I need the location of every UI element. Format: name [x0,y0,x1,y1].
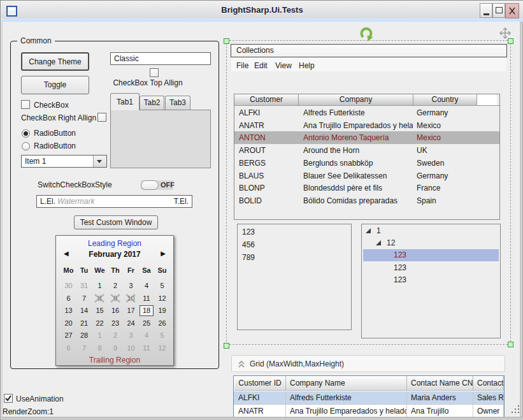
calendar-day[interactable]: 28 [76,329,92,342]
tab-tab1[interactable]: Tab1 [110,93,140,110]
calendar-day[interactable]: 13 [61,305,76,317]
calendar-day[interactable]: 6 [61,293,76,305]
title-bar[interactable]: BrightSharp.Ui.Tests [1,1,523,18]
calendar-day[interactable]: 10 [123,293,139,305]
tree-item[interactable]: 123 [362,274,500,286]
theme-combo[interactable]: Classic [110,52,211,65]
rotate-icon[interactable] [358,25,375,41]
tree-item[interactable]: 123 [362,249,500,261]
tab-tab3[interactable]: Tab3 [165,96,190,110]
resize-handle-bottom-left[interactable] [224,343,229,349]
table-row[interactable]: BLONPBlondesddsl père et filsFrance [234,182,499,194]
column-header[interactable]: Country [413,94,477,106]
switch-checkbox[interactable]: OFF [141,180,173,190]
collapse-icon[interactable] [238,359,247,370]
tree-item[interactable]: 123 [362,262,500,274]
checkbox-top-align[interactable] [150,68,159,77]
list-item[interactable]: 789 [238,251,350,264]
calendar-day[interactable]: 15 [92,305,108,317]
calendar-day[interactable]: 6 [61,342,76,354]
menu-item-help[interactable]: Help [299,61,315,70]
calendar-day[interactable]: 2 [108,280,124,292]
calendar-day[interactable]: 18 [139,305,155,317]
calendar-day[interactable]: 1 [92,280,108,292]
calendar-day[interactable]: 11 [139,293,155,305]
calendar-day[interactable]: 1 [92,329,108,342]
calendar-day[interactable]: 30 [61,280,76,292]
calendar-day[interactable]: 26 [154,317,170,329]
table-row[interactable]: ANATRAna Trujillo Emparedados y heladosA… [234,405,504,418]
switch-thumb[interactable] [141,180,159,190]
column-header[interactable]: Contact Name CN [407,376,473,391]
item-combobox[interactable]: Item 1 [21,155,107,168]
calendar-next-button[interactable]: ▶ [161,250,166,257]
calendar-day[interactable]: 24 [123,317,139,329]
column-header[interactable]: Contact [473,376,504,391]
calendar-day[interactable]: 25 [139,317,155,329]
calendar-day[interactable]: 31 [76,280,92,292]
calendar-day[interactable]: 23 [108,317,124,329]
toggle-button[interactable]: Toggle [21,76,89,94]
table-row[interactable]: ANATRAna Trujillo Emparedados y helaMexi… [234,119,499,132]
tree-item[interactable]: 12 [362,237,500,249]
tree-expander-icon[interactable] [366,228,372,235]
calendar-day[interactable]: 9 [108,342,124,354]
calendar-day[interactable]: 14 [76,305,92,317]
close-button[interactable] [505,3,519,18]
calendar-day[interactable]: 19 [154,305,170,317]
calendar-day[interactable]: 4 [139,329,155,342]
menu-item-file[interactable]: File [236,61,248,70]
tab-tab2[interactable]: Tab2 [140,96,164,110]
calendar-month-label[interactable]: February 2017 [56,250,173,259]
tree-item[interactable]: 1 [362,225,500,237]
table-row[interactable]: ANTONAntonio Moreno TaqueríaMexico [234,131,499,144]
calendar-day[interactable]: 3 [123,329,139,342]
checkbox[interactable] [21,100,30,109]
calendar-day[interactable]: 3 [123,280,139,292]
calendar-day[interactable]: 8 [92,293,108,305]
radio-button-2[interactable] [22,142,30,150]
minimize-button[interactable] [480,3,492,18]
use-animation-checkbox[interactable] [4,394,13,403]
calendar-day[interactable]: 9 [108,293,124,305]
resize-handle-top-right[interactable] [508,38,513,44]
table-row[interactable]: ALFKIAlfreds FutterkisteGermany [234,106,499,119]
grid-expander[interactable]: Grid (MaxWidth,MaxHeight) [231,355,505,372]
calendar-day[interactable]: 21 [76,317,92,329]
column-header[interactable]: Company [299,94,413,106]
calendar-day[interactable]: 22 [92,317,108,329]
calendar-day[interactable]: 27 [61,329,76,342]
table-row[interactable]: AROUTAround the HornUK [234,144,499,157]
calendar-day[interactable]: 17 [123,305,139,317]
tree-expander-icon[interactable] [376,240,382,247]
menu-item-edit[interactable]: Edit [254,61,268,70]
radio-button-1[interactable] [22,129,30,138]
column-header[interactable]: Customer [234,94,299,106]
table-row[interactable]: BERGSBerglunds snabbköpSweden [234,157,499,170]
calendar-day[interactable]: 2 [108,329,124,342]
table-row[interactable]: BOLIDBólido Comidas preparadasSpain [234,194,499,207]
calendar-day[interactable]: 7 [76,342,92,354]
resize-handle-bottom-right[interactable] [508,342,513,347]
calendar-day[interactable]: 8 [92,342,108,354]
calendar-day[interactable]: 12 [154,342,170,354]
calendar-day[interactable]: 11 [139,342,155,354]
watermark-textbox[interactable]: L.El. Watermark T.El. [36,195,192,208]
calendar-day[interactable]: 20 [61,317,76,329]
checkbox-right-align[interactable] [97,113,106,122]
calendar-day[interactable]: 5 [154,329,170,342]
maximize-button[interactable] [492,3,505,18]
move-icon[interactable] [499,27,512,40]
menu-item-view[interactable]: View [275,61,292,70]
column-header[interactable]: Company Name [286,376,407,391]
table-row[interactable]: ALFKIAlfreds FutterkisteMaria AndersSale… [234,391,504,405]
calendar-day[interactable]: 7 [76,293,92,305]
item-combobox-dropdown[interactable] [93,156,106,167]
calendar-day[interactable]: 10 [123,342,139,354]
calendar-day[interactable]: 4 [139,280,155,292]
table-row[interactable]: BLAUSBlauer See DelikatessenGermany [234,170,499,182]
resize-handle-top-left[interactable] [224,38,229,44]
column-header[interactable]: Customer ID [234,376,286,391]
test-custom-window-button[interactable]: Test Custom Window [74,215,158,229]
list-item[interactable]: 123 [238,226,350,238]
